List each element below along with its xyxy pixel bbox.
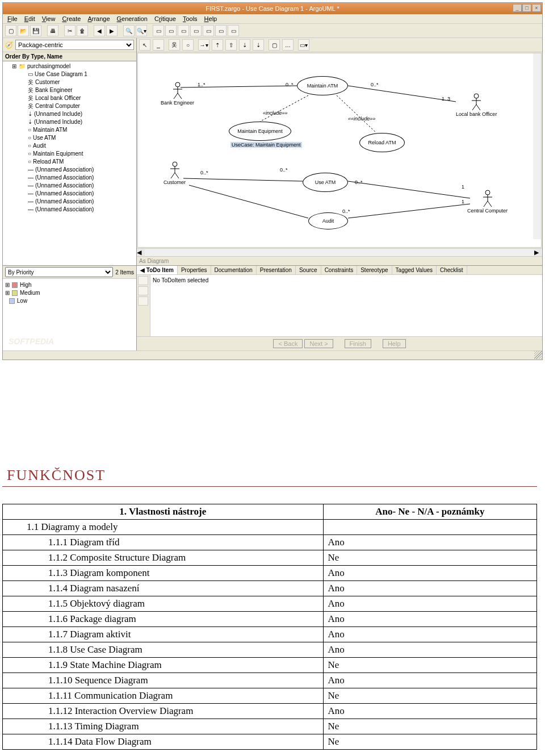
usecase-reload-atm[interactable]: Reload ATM (359, 133, 405, 152)
tree-node[interactable]: 옷Customer (4, 78, 135, 86)
diagram7-button[interactable]: ▭ (228, 25, 239, 36)
association-tool[interactable]: →▾ (198, 39, 209, 51)
close-button[interactable]: × (532, 4, 541, 12)
usecase-use-atm[interactable]: Use ATM (303, 173, 348, 192)
details-tab[interactable]: Tagged Values (392, 266, 437, 274)
tree-node[interactable]: —(Unnamed Association) (4, 206, 135, 214)
actor-customer[interactable]: Customer (164, 161, 186, 185)
menu-view[interactable]: View (42, 15, 56, 22)
new-button[interactable]: ▢ (5, 25, 16, 36)
tree-node[interactable]: ○Maintain ATM (4, 126, 135, 134)
nav-fwd-button[interactable]: ▶ (106, 25, 118, 36)
diagram-pane: ↖ ⎯ 옷 ○ →▾ ⇡ ⇧ ⇣ ⇣ ▢ … ▭▾ UseCase: Maint… (137, 38, 542, 265)
save-button[interactable]: 💾 (30, 25, 41, 36)
extend-tool[interactable]: ⇣ (239, 39, 250, 51)
nav-back-button[interactable]: ◀ (94, 25, 105, 36)
actor-central-computer[interactable]: Central Computer (467, 190, 508, 214)
diagram4-button[interactable]: ▭ (190, 25, 202, 36)
back-button[interactable]: < Back (273, 339, 303, 348)
next-button[interactable]: Next > (304, 339, 333, 348)
actor-bank-engineer[interactable]: Bank Engineer (161, 82, 194, 106)
generalize-tool[interactable]: ⇧ (225, 39, 237, 51)
actor-local-bank-officer[interactable]: Local bank Officer (456, 93, 497, 117)
details-tab[interactable]: Constraints (321, 266, 358, 274)
usecase-audit[interactable]: Audit (308, 212, 348, 229)
details-tab[interactable]: Presentation (257, 266, 296, 274)
canvas-vscroll[interactable] (533, 53, 541, 239)
menu-edit[interactable]: Edit (24, 15, 35, 22)
side-btn-1[interactable] (138, 276, 148, 285)
table-row: 1.1.9 State Machine DiagramNe (3, 658, 537, 673)
tree-node[interactable]: ○Maintain Equipment (4, 150, 135, 158)
menu-help[interactable]: Help (204, 15, 217, 22)
mult-label: 1 (462, 184, 464, 190)
tree-node[interactable]: —(Unnamed Association) (4, 190, 135, 198)
side-btn-3[interactable] (138, 296, 148, 306)
details-tab[interactable]: Properties (178, 266, 211, 274)
tree-node[interactable]: 옷Bank Engineer (4, 86, 135, 94)
svg-line-1 (348, 86, 456, 102)
priority-combo[interactable]: By Priority (5, 267, 113, 277)
diagram2-button[interactable]: ▭ (165, 25, 177, 36)
tree-node[interactable]: —(Unnamed Association) (4, 174, 135, 182)
details-tab[interactable]: Source (296, 266, 321, 274)
tree-node[interactable]: ⇣(Unnamed Include) (4, 118, 135, 126)
menu-critique[interactable]: Critique (154, 15, 176, 22)
canvas-hscroll[interactable]: ◀ ▶ (137, 248, 542, 256)
maximize-button[interactable]: □ (522, 4, 531, 12)
perspective-combo[interactable]: Package-centric (15, 40, 134, 50)
package-tool[interactable]: ▢ (269, 39, 280, 51)
details-tab[interactable]: Documentation (211, 266, 257, 274)
diagram1-button[interactable]: ▭ (153, 25, 164, 36)
diagram5-button[interactable]: ▭ (203, 25, 214, 36)
resize-grip[interactable] (534, 351, 542, 359)
open-button[interactable]: 📂 (18, 25, 29, 36)
details-tab[interactable]: Checklist (437, 266, 467, 274)
tree-node[interactable]: —(Unnamed Association) (4, 166, 135, 174)
menu-arrange[interactable]: Arrange (87, 15, 110, 22)
more-tool[interactable]: … (282, 39, 294, 51)
cut-button[interactable]: ✂ (64, 25, 76, 36)
diagram-canvas[interactable]: UseCase: Maintain Equipment 1..* 0..* 0.… (137, 53, 542, 248)
statusbar (3, 350, 542, 360)
dependency-tool[interactable]: ⇡ (212, 39, 223, 51)
svg-point-8 (175, 82, 180, 87)
include-tool[interactable]: ⇣ (253, 39, 264, 51)
tree-node[interactable]: 옷Local bank Officer (4, 94, 135, 102)
diagram6-button[interactable]: ▭ (215, 25, 227, 36)
tree-node[interactable]: —(Unnamed Association) (4, 182, 135, 190)
details-tab[interactable]: Stereotype (357, 266, 392, 274)
tree-node[interactable]: ⊞📁purchasingmodel (4, 62, 135, 70)
menu-file[interactable]: File (7, 15, 18, 22)
menu-generation[interactable]: Generation (117, 15, 148, 22)
usecase-maintain-atm[interactable]: Maintain ATM (297, 76, 348, 95)
actor-tool[interactable]: 옷 (169, 39, 180, 51)
menu-create[interactable]: Create (62, 15, 81, 22)
usecase-maintain-equipment[interactable]: Maintain Equipment (229, 122, 291, 141)
model-tree[interactable]: ⊞📁purchasingmodel▭Use Case Diagram 1옷Cus… (3, 61, 136, 265)
delete-button[interactable]: 🗑 (77, 25, 88, 36)
tree-node[interactable]: ○Audit (4, 142, 135, 150)
tree-node[interactable]: ⇣(Unnamed Include) (4, 110, 135, 118)
menu-tools[interactable]: Tools (183, 15, 198, 22)
tree-node[interactable]: —(Unnamed Association) (4, 198, 135, 206)
tree-node[interactable]: 옷Central Computer (4, 102, 135, 110)
canvas-tab[interactable]: As Diagram (137, 256, 542, 265)
tree-node[interactable]: ○Reload ATM (4, 158, 135, 166)
side-btn-2[interactable] (138, 286, 148, 295)
minimize-button[interactable]: _ (513, 4, 522, 12)
select-tool[interactable]: ↖ (139, 39, 150, 51)
tree-node[interactable]: ▭Use Case Diagram 1 (4, 70, 135, 78)
find-button[interactable]: 🔍 (123, 25, 135, 36)
zoom-button[interactable]: 🔍▾ (136, 25, 147, 36)
print-button[interactable]: 🖶 (47, 25, 58, 36)
help-button[interactable]: Help (383, 339, 406, 348)
rect-tool[interactable]: ▭▾ (298, 39, 309, 51)
details-pane: ◀ ToDo ItemPropertiesDocumentationPresen… (137, 266, 542, 350)
tree-node[interactable]: ○Use ATM (4, 134, 135, 142)
broom-tool[interactable]: ⎯ (153, 39, 164, 51)
finish-button[interactable]: Finish (345, 339, 371, 348)
details-tab[interactable]: ◀ ToDo Item (137, 266, 178, 274)
usecase-tool[interactable]: ○ (182, 39, 194, 51)
diagram3-button[interactable]: ▭ (178, 25, 189, 36)
